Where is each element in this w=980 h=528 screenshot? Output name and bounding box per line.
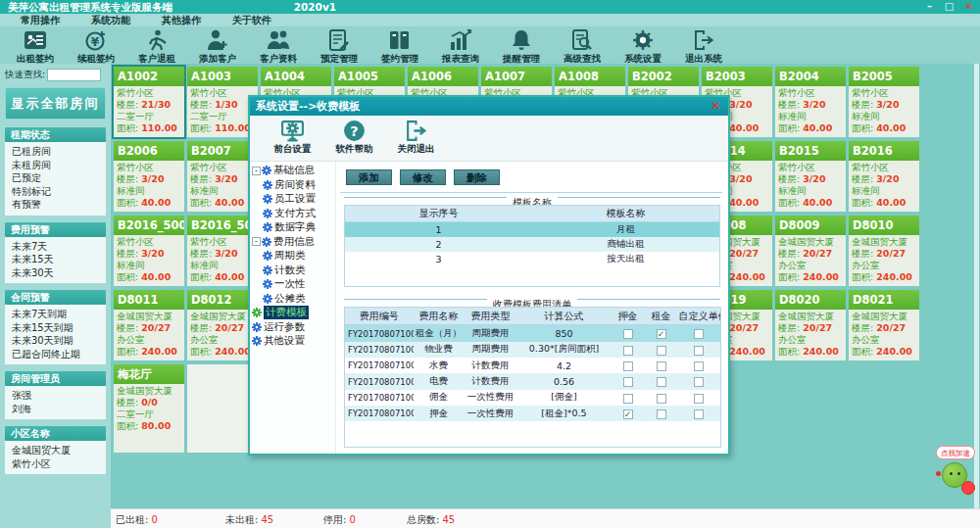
dialog-action-button-删除[interactable]: 删除 [454, 169, 500, 185]
checkbox-unchecked-icon[interactable] [694, 329, 704, 339]
checkbox-unchecked-icon[interactable] [694, 346, 704, 356]
toolbar-button-客户资料[interactable]: 客户资料 [248, 26, 309, 66]
column-header[interactable]: 模板名称 [532, 206, 720, 222]
fee-table-row[interactable]: FY2017080710003物业费周期费用0.30*[房间面积] [345, 342, 721, 358]
checkbox-unchecked-icon[interactable] [657, 394, 666, 404]
room-card-D8009[interactable]: D8009金城国贸大厦楼层: 20/27办公室面积: 240.00 [775, 216, 846, 286]
sidebar-item[interactable]: 已租房间 [12, 145, 106, 159]
tree-item-一次性[interactable]: 一次性 [250, 277, 335, 292]
table-row[interactable]: 3按天出租 [345, 252, 720, 266]
show-all-rooms-button[interactable]: 显示全部房间 [5, 87, 106, 120]
tree-expand-icon[interactable]: - [252, 237, 261, 246]
fee-table-row[interactable]: FY2017080710001租金（月）周期费用850 ✓ [345, 325, 721, 342]
checkbox-unchecked-icon[interactable] [623, 394, 633, 404]
checkbox-checked-icon[interactable]: ✓ [657, 329, 666, 339]
sidebar-item[interactable]: 张强 [12, 389, 106, 403]
sidebar-item[interactable]: 未来7天到期 [12, 308, 106, 321]
menu-item-1[interactable]: 系统功能 [80, 14, 141, 27]
toolbar-button-客户退租[interactable]: 客户退租 [126, 26, 187, 66]
dialog-button-关闭退出[interactable]: 关闭退出 [385, 116, 447, 161]
fee-table-row[interactable]: FY2017080710002电费计数费用0.56 [345, 373, 721, 389]
column-header[interactable]: 费用编号 [345, 308, 414, 325]
checkbox-checked-icon[interactable]: ✓ [623, 409, 633, 419]
room-card-B2006[interactable]: B2006紫竹小区楼层: 3/20标准间面积: 40.00 [114, 141, 184, 212]
table-row[interactable]: 2商铺出租 [345, 237, 720, 252]
dialog-button-软件帮助[interactable]: ? 软件帮助 [323, 116, 385, 161]
toolbar-button-退出系统[interactable]: 退出系统 [673, 26, 734, 66]
tree-item-房间资料[interactable]: 房间资料 [250, 178, 335, 193]
room-card-D8020[interactable]: D8020金城国贸大厦楼层: 20/27办公室面积: 240.00 [775, 290, 846, 360]
checkbox-unchecked-icon[interactable] [657, 377, 666, 387]
column-header[interactable]: 费用名称 [414, 308, 465, 325]
close-icon[interactable]: ✕ [963, 2, 974, 13]
tree-item-计费模板[interactable]: 计费模板 [250, 306, 335, 320]
tree-expand-icon[interactable]: - [252, 167, 261, 175]
sidebar-item[interactable]: 未来15天到期 [12, 321, 106, 335]
toolbar-button-签约管理[interactable]: 签约管理 [369, 26, 430, 66]
tree-item-员工设置[interactable]: 员工设置 [250, 192, 335, 207]
menu-item-3[interactable]: 关于软件 [221, 14, 282, 27]
checkbox-unchecked-icon[interactable] [694, 361, 704, 371]
sidebar-item[interactable]: 紫竹小区 [12, 457, 106, 471]
quick-search-input[interactable] [47, 69, 101, 81]
dialog-action-button-修改[interactable]: 修改 [400, 169, 446, 185]
sidebar-item[interactable]: 刘海 [12, 403, 106, 416]
menu-item-0[interactable]: 常用操作 [10, 14, 71, 27]
room-card-A1002[interactable]: A1002紫竹小区楼层: 21/30二室一厅面积: 110.00 [114, 67, 184, 137]
tree-item-公摊类[interactable]: 公摊类 [250, 292, 335, 307]
menu-item-2[interactable]: 其他操作 [151, 14, 212, 27]
toolbar-button-报表查询[interactable]: 报表查询 [430, 26, 491, 66]
column-header[interactable]: 押金 [612, 308, 645, 325]
toolbar-button-提醒管理[interactable]: 提醒管理 [491, 26, 552, 66]
maximize-icon[interactable]: □ [944, 2, 955, 13]
checkbox-unchecked-icon[interactable] [623, 377, 633, 387]
sidebar-item[interactable]: 金城国贸大厦 [12, 444, 106, 457]
tree-item-计数类[interactable]: 计数类 [250, 264, 335, 278]
sidebar-item[interactable]: 未来15天 [12, 253, 106, 266]
sidebar-item[interactable]: 已超合同终止期 [12, 348, 106, 361]
checkbox-unchecked-icon[interactable] [694, 394, 704, 404]
sidebar-item[interactable]: 未来30天到期 [12, 334, 106, 348]
tree-item-数据字典[interactable]: 数据字典 [250, 220, 335, 235]
room-card-B2016_5001[interactable]: B2016_5001紫竹小区楼层: 3/20标准间面积: 40.00 [114, 216, 184, 286]
toolbar-button-续租签约[interactable]: ¥ 续租签约 [66, 26, 126, 66]
room-card-B2015[interactable]: B2015紫竹小区楼层: 3/20标准间面积: 40.00 [775, 141, 846, 212]
sidebar-item[interactable]: 未来7天 [12, 240, 106, 254]
sidebar-item[interactable]: 有预警 [12, 198, 106, 212]
room-card-B2016[interactable]: B2016紫竹小区楼层: 3/20标准间面积: 40.00 [849, 141, 919, 212]
checkbox-unchecked-icon[interactable] [623, 329, 633, 339]
column-header[interactable]: 显示序号 [345, 206, 533, 222]
column-header[interactable]: 自定义单价 [678, 308, 721, 325]
dialog-title-bar[interactable]: 系统设置-->收费模板 ✕ [250, 97, 728, 116]
toolbar-button-添加客户[interactable]: 添加客户 [187, 26, 248, 66]
sidebar-item[interactable]: 已预定 [12, 171, 106, 185]
fee-table-row[interactable]: FY2017080710001押金一次性费用[租金]*0.5 ✓ [345, 406, 721, 421]
dialog-button-前台设置[interactable]: 前台设置 [262, 116, 323, 161]
tree-item-运行参数[interactable]: 运行参数 [250, 320, 335, 335]
vertical-scrollbar[interactable] [974, 64, 979, 508]
checkbox-unchecked-icon[interactable] [657, 409, 666, 419]
checkbox-unchecked-icon[interactable] [657, 346, 666, 356]
sidebar-item[interactable]: 未租房间 [12, 159, 106, 172]
table-row[interactable]: 1月租 [345, 222, 720, 238]
dialog-action-button-添加[interactable]: 添加 [346, 169, 392, 185]
toolbar-button-出租签约[interactable]: 出租签约 [5, 26, 66, 66]
room-card-D8021[interactable]: D8021金城国贸大厦楼层: 20/27办公室面积: 240.00 [849, 290, 919, 360]
toolbar-button-系统设置[interactable]: 系统设置 [612, 26, 673, 66]
tree-item-费用信息[interactable]: -费用信息 [250, 235, 335, 250]
minimize-icon[interactable]: – [924, 2, 935, 13]
checkbox-unchecked-icon[interactable] [694, 377, 704, 387]
toolbar-button-预定管理[interactable]: 预定管理 [309, 26, 369, 66]
tree-item-基础信息[interactable]: -基础信息 [250, 164, 335, 178]
fee-table-row[interactable]: FY2017080710001水费计数费用4.2 [345, 358, 721, 373]
sidebar-item[interactable]: 特别标记 [12, 185, 106, 199]
dialog-close-icon[interactable]: ✕ [709, 99, 722, 113]
sidebar-item[interactable]: 未来30天 [12, 266, 106, 280]
column-header[interactable]: 计算公式 [517, 308, 612, 325]
room-card-B2005[interactable]: B2005紫竹小区楼层: 3/20标准间面积: 40.00 [849, 67, 919, 137]
column-header[interactable]: 租金 [645, 308, 678, 325]
tree-item-支付方式[interactable]: 支付方式 [250, 207, 335, 221]
checkbox-unchecked-icon[interactable] [623, 361, 633, 371]
checkbox-unchecked-icon[interactable] [657, 361, 666, 371]
room-card-B2004[interactable]: B2004紫竹小区楼层: 3/20标准间面积: 40.00 [775, 67, 846, 137]
